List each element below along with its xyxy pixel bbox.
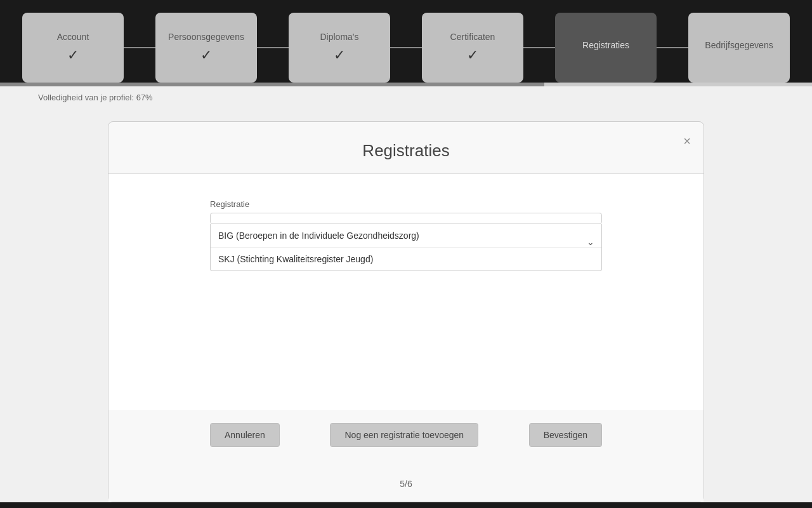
step-diplomas[interactable]: Diploma's ✓ xyxy=(289,13,390,83)
connector-1 xyxy=(124,47,155,48)
step-certificaten[interactable]: Certificaten ✓ xyxy=(422,13,523,83)
connector-2 xyxy=(257,47,289,48)
progress-label: Volledigheid van je profiel: 67% xyxy=(0,86,812,109)
option-big[interactable]: BIG (Beroepen in de Individuele Gezondhe… xyxy=(211,224,601,248)
main-content: Registraties × Registratie ⌄ BIG (Beroep… xyxy=(0,109,812,502)
select-wrapper: ⌄ BIG (Beroepen in de Individuele Gezond… xyxy=(210,213,602,271)
modal-registraties: Registraties × Registratie ⌄ BIG (Beroep… xyxy=(108,121,704,502)
page-indicator: 5/6 xyxy=(108,466,704,502)
step-diplomas-label: Diploma's xyxy=(320,32,358,42)
modal-header: Registraties × xyxy=(108,122,704,174)
step-bedrijfsgegevens-label: Bedrijfsgegevens xyxy=(705,40,773,50)
step-registraties-label: Registraties xyxy=(582,40,629,50)
step-bedrijfsgegevens[interactable]: Bedrijfsgegevens xyxy=(688,13,790,83)
stepper: Account ✓ Persoonsgegevens ✓ Diploma's ✓… xyxy=(0,0,812,83)
step-account[interactable]: Account ✓ xyxy=(22,13,124,83)
connector-5 xyxy=(657,47,688,48)
add-registratie-button[interactable]: Nog een registratie toevoegen xyxy=(330,423,478,447)
option-skj[interactable]: SKJ (Stichting Kwaliteitsregister Jeugd) xyxy=(211,248,601,271)
connector-4 xyxy=(523,47,555,48)
step-diplomas-check: ✓ xyxy=(334,47,345,64)
modal-footer: Annuleren Nog een registratie toevoegen … xyxy=(108,410,704,466)
step-persoonsgegevens-label: Persoonsgegevens xyxy=(168,32,244,42)
progress-area: Volledigheid van je profiel: 67% xyxy=(0,83,812,109)
step-account-check: ✓ xyxy=(67,47,79,64)
step-persoonsgegevens-check: ✓ xyxy=(200,47,212,64)
step-certificaten-check: ✓ xyxy=(467,47,478,64)
step-account-label: Account xyxy=(57,32,89,42)
close-button[interactable]: × xyxy=(683,135,691,147)
step-persoonsgegevens[interactable]: Persoonsgegevens ✓ xyxy=(155,13,257,83)
step-registraties[interactable]: Registraties xyxy=(555,13,657,83)
progress-fill xyxy=(0,83,544,86)
step-certificaten-label: Certificaten xyxy=(450,32,495,42)
dropdown-options: BIG (Beroepen in de Individuele Gezondhe… xyxy=(210,224,602,271)
progress-track xyxy=(0,83,812,86)
bevestigen-button[interactable]: Bevestigen xyxy=(529,423,602,447)
registratie-label: Registratie xyxy=(210,199,602,209)
connector-3 xyxy=(390,47,422,48)
registratie-form-group: Registratie ⌄ BIG (Beroepen in de Indivi… xyxy=(210,199,602,271)
modal-body: Registratie ⌄ BIG (Beroepen in de Indivi… xyxy=(108,174,704,410)
annuleren-button[interactable]: Annuleren xyxy=(210,423,280,447)
modal-title: Registraties xyxy=(362,141,449,160)
registratie-select[interactable] xyxy=(210,213,602,224)
